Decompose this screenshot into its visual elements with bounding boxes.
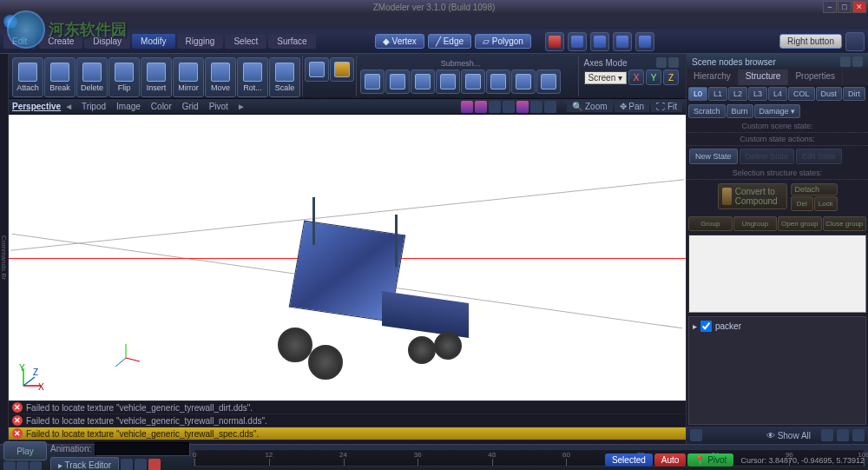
tool-icon-2[interactable]: [568, 32, 587, 51]
record-icon[interactable]: [148, 459, 161, 470]
tool-flip[interactable]: Flip: [108, 57, 140, 97]
detach-button[interactable]: Detach: [791, 183, 838, 195]
vh-icon-7[interactable]: [544, 101, 556, 113]
pb-icon-2[interactable]: [16, 461, 29, 470]
grp-ungroup[interactable]: Ungroup: [733, 216, 778, 231]
lod-l3[interactable]: L3: [748, 87, 767, 101]
tool-break[interactable]: Break: [44, 57, 76, 97]
polygon-mode[interactable]: ▱ Polygon: [475, 34, 531, 49]
tab-properties[interactable]: Properties: [788, 70, 843, 85]
bs-icon[interactable]: [690, 429, 702, 441]
vertex-mode[interactable]: ◆ Vertex: [375, 34, 424, 49]
te-icon-2[interactable]: [135, 459, 147, 470]
console-line-selected[interactable]: ✕Failed to locate texture "vehicle_gener…: [9, 427, 686, 440]
menu-tab-surface[interactable]: Surface: [268, 34, 315, 49]
submesh-tool-0[interactable]: [360, 70, 385, 94]
vh-icon-1[interactable]: [461, 101, 473, 113]
view-image[interactable]: Image: [116, 102, 141, 111]
damage-scratch[interactable]: Scratch: [688, 104, 726, 118]
submesh-tool-3[interactable]: [436, 70, 460, 94]
tool-rot[interactable]: Rot...: [237, 57, 268, 97]
view-color[interactable]: Color: [151, 102, 172, 111]
submesh-tool-1[interactable]: [385, 70, 410, 94]
tool-icon-4[interactable]: [613, 32, 632, 51]
lod-l0[interactable]: L0: [688, 87, 707, 101]
expand-icon[interactable]: ▸: [693, 321, 697, 331]
right-button-label[interactable]: Right button: [779, 34, 842, 49]
track-editor-button[interactable]: ▸ Track Editor: [50, 457, 119, 471]
damage-damage[interactable]: Damage ▾: [754, 104, 801, 118]
tree-checkbox[interactable]: [700, 321, 712, 332]
axes-pin-icon[interactable]: [656, 57, 667, 68]
convert-compound-button[interactable]: Convert to Compound: [718, 183, 787, 209]
tool-icon-1[interactable]: [545, 32, 564, 51]
axes-select[interactable]: Screen ▾: [584, 71, 627, 84]
grp-group[interactable]: Group: [688, 216, 733, 231]
bs-icon-3[interactable]: [837, 429, 849, 441]
fit-button[interactable]: ⛶ Fit: [651, 101, 682, 112]
edge-mode[interactable]: ╱ Edge: [428, 34, 471, 49]
submesh-tool-5[interactable]: [486, 70, 510, 94]
tool-delete[interactable]: Delete: [76, 57, 108, 97]
left-dock-strip[interactable]: Commands Br: [0, 54, 9, 444]
pb-icon-3[interactable]: [30, 461, 42, 470]
tool-insert[interactable]: Insert: [141, 57, 172, 97]
show-all-button[interactable]: 👁 Show All: [760, 429, 818, 442]
tool-scale[interactable]: Scale: [269, 57, 300, 97]
new-state-button[interactable]: New State: [689, 149, 738, 164]
vh-icon-3[interactable]: [489, 101, 501, 113]
pb-icon-1[interactable]: [3, 461, 16, 470]
rb-icon-1[interactable]: [845, 32, 865, 51]
lod-l4[interactable]: L4: [768, 87, 787, 101]
view-prev[interactable]: ◄: [64, 102, 73, 111]
submesh-tool-7[interactable]: [536, 70, 561, 94]
menu-tab-select[interactable]: Select: [225, 34, 266, 49]
tool-icon-3[interactable]: [590, 32, 609, 51]
grp-open-group[interactable]: Open group: [778, 216, 822, 231]
zoom-button[interactable]: 🔍 Zoom: [567, 101, 612, 112]
status-auto[interactable]: Auto: [654, 453, 687, 467]
vh-icon-4[interactable]: [503, 101, 515, 113]
view-pivot[interactable]: Pivot: [209, 102, 228, 111]
view-next[interactable]: ►: [237, 102, 246, 111]
view-grid[interactable]: Grid: [182, 102, 199, 111]
aux-tool-1[interactable]: [305, 57, 329, 82]
pan-button[interactable]: ✥ Pan: [615, 101, 650, 112]
submesh-tool-6[interactable]: [511, 70, 536, 94]
close-button[interactable]: ✕: [852, 1, 866, 13]
lod-col[interactable]: COL: [788, 87, 815, 101]
minimize-button[interactable]: −: [823, 1, 837, 13]
tool-move[interactable]: Move: [205, 57, 236, 97]
tool-icon-5[interactable]: [635, 32, 654, 51]
axis-z-icon[interactable]: Z: [663, 70, 679, 85]
del-button[interactable]: Del: [791, 196, 814, 211]
tab-hierarchy[interactable]: Hierarchy: [687, 70, 739, 85]
vh-icon-5[interactable]: [516, 101, 529, 113]
vh-icon-6[interactable]: [530, 101, 542, 113]
status-pivot[interactable]: 📍 Pivot: [687, 453, 733, 467]
vh-icon-2[interactable]: [475, 101, 487, 113]
lod-dirt[interactable]: Dirt: [843, 87, 865, 101]
bs-icon-4[interactable]: [852, 429, 865, 441]
panel-pin-icon[interactable]: [840, 56, 851, 67]
play-button[interactable]: Play: [3, 441, 47, 460]
axis-y-icon[interactable]: Y: [646, 70, 661, 85]
lock-button[interactable]: Lock: [814, 196, 838, 211]
status-selected[interactable]: Selected: [605, 453, 653, 467]
submesh-tool-4[interactable]: [461, 70, 485, 94]
axis-x-icon[interactable]: X: [628, 70, 644, 85]
animation-field[interactable]: [95, 442, 190, 456]
te-icon-1[interactable]: [121, 459, 133, 470]
tool-attach[interactable]: Attach: [12, 57, 43, 97]
view-mode[interactable]: Perspective: [12, 102, 61, 111]
lod-l1[interactable]: L1: [708, 87, 727, 101]
lod-l2[interactable]: L2: [728, 87, 747, 101]
panel-close-icon[interactable]: [852, 56, 863, 67]
viewport-3d[interactable]: Y X Z: [9, 115, 686, 400]
scene-tree[interactable]: ▸packer: [688, 316, 866, 425]
bs-icon-2[interactable]: [821, 429, 833, 441]
axes-close-icon[interactable]: [668, 57, 679, 68]
maximize-button[interactable]: □: [838, 1, 852, 13]
tab-structure[interactable]: Structure: [739, 70, 789, 85]
damage-burn[interactable]: Burn: [727, 104, 753, 118]
